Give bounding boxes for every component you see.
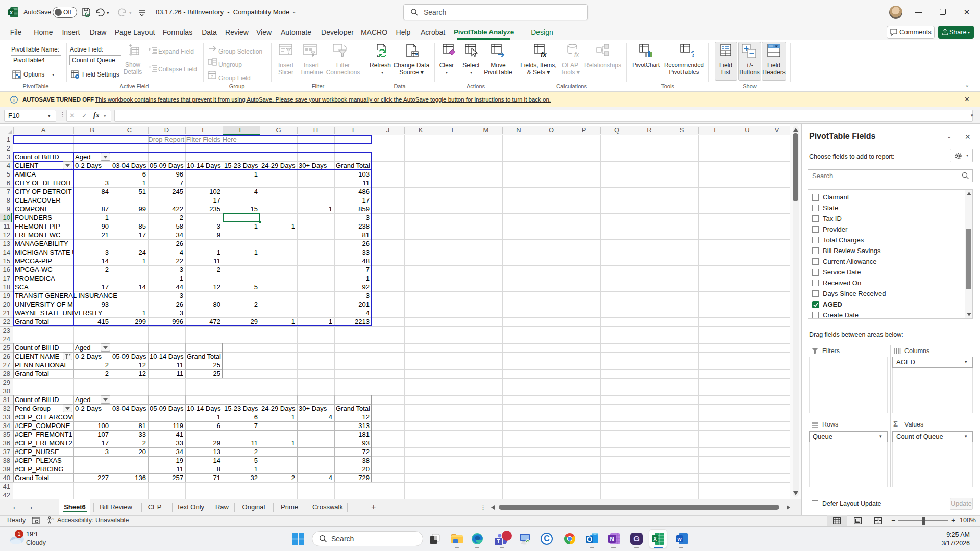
- svg-text:fx: fx: [541, 51, 547, 58]
- svg-text:T: T: [497, 539, 500, 544]
- svg-text:?: ?: [691, 50, 694, 58]
- svg-text:X: X: [653, 536, 657, 542]
- svg-text:W: W: [677, 537, 682, 542]
- svg-text:7: 7: [211, 74, 213, 79]
- svg-text:x: x: [10, 10, 13, 15]
- svg-text:N: N: [610, 536, 614, 542]
- svg-text:?: ?: [52, 517, 54, 521]
- svg-text:fx: fx: [574, 51, 579, 58]
